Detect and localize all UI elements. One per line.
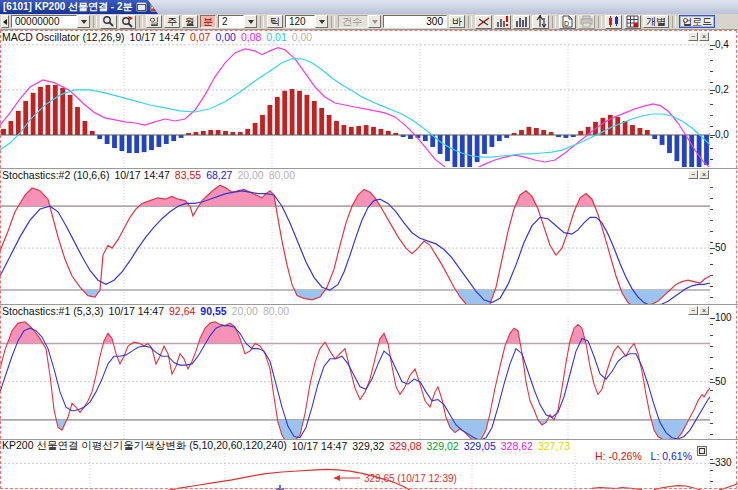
- bars-icon[interactable]: [513, 15, 530, 29]
- indicator-title: KP200 선물연결 이평선기울기색상변화 (5,10,20,60,120,24…: [2, 439, 287, 453]
- stoch-value: 92,64: [169, 305, 195, 317]
- indicator-title: Stochastics:#1 (5,3,3): [2, 305, 104, 317]
- toolbar-separator: [260, 16, 264, 28]
- price-panel: KP200 선물연결 이평선기울기색상변화 (5,10,20,60,120,24…: [0, 439, 738, 490]
- toolbar-separator: [93, 16, 97, 28]
- search-icon[interactable]: [100, 15, 117, 29]
- window-title: [6101] KP200 선물연결 - 2분: [3, 0, 133, 14]
- axis-tick-label: 50: [715, 376, 726, 387]
- low-percent: L: 0,61%: [651, 450, 692, 462]
- count-combo: 건수: [338, 15, 381, 28]
- close-icon[interactable]: ✕: [150, 2, 159, 12]
- price-value: 328,62: [501, 440, 533, 452]
- minute-combo[interactable]: 2: [218, 15, 257, 28]
- axis-tick-label: 330: [715, 457, 732, 468]
- print-icon: [578, 15, 595, 29]
- panel-minimize-icon[interactable]: −: [688, 32, 698, 41]
- toolbar-separator: [598, 16, 602, 28]
- document-icon[interactable]: D: [559, 15, 576, 29]
- stoch1-panel: Stochastics:#1 (5,3,3) 10/17 14:47 92,64…: [0, 304, 738, 439]
- code-combo[interactable]: 00000000: [11, 15, 90, 28]
- title-bar: [6101] KP200 선물연결 - 2분 ✕: [0, 0, 738, 14]
- svg-text:D: D: [564, 20, 569, 27]
- axis-tick-label: 50: [715, 242, 726, 253]
- macd-value: 0,01: [266, 31, 286, 43]
- tick-button[interactable]: 틱: [267, 15, 283, 28]
- macd-panel-header: MACD Oscillator (12,26,9) 10/17 14:47 0,…: [2, 31, 312, 43]
- bars-alert-icon[interactable]: [494, 15, 511, 29]
- price-value: 329,02: [427, 440, 459, 452]
- macd-value: 0,07: [190, 31, 210, 43]
- axis-tick-label: 0,2: [715, 84, 729, 95]
- upload-button[interactable]: 업로드: [679, 15, 715, 28]
- price-panel-header: KP200 선물연결 이평선기울기색상변화 (5,10,20,60,120,24…: [2, 440, 570, 452]
- stoch-value: 80,00: [269, 169, 295, 181]
- indicator-time: 10/17 14:47: [114, 169, 169, 181]
- tick-combo[interactable]: 120: [285, 15, 328, 28]
- stoch-value: 20,00: [237, 169, 263, 181]
- toolbar-separator: [672, 16, 676, 28]
- grid-icon[interactable]: [624, 15, 641, 29]
- high-percent: H: -0,26%: [595, 450, 642, 462]
- window-tab[interactable]: [6101] KP200 선물연결 - 2분 ✕: [0, 0, 158, 14]
- price-value: 329,32: [352, 440, 384, 452]
- panel-close-icon[interactable]: ×: [699, 170, 709, 179]
- panel-close-icon[interactable]: ×: [699, 306, 709, 315]
- panel-minimize-icon[interactable]: −: [688, 170, 698, 179]
- stoch-value: 68,27: [206, 169, 232, 181]
- chevron-down-icon: [368, 15, 381, 28]
- indicator-time: 10/17 14:47: [130, 31, 185, 43]
- sort-updown-icon[interactable]: [532, 15, 549, 29]
- code-value[interactable]: 00000000: [11, 15, 77, 28]
- period-day-button[interactable]: 일: [146, 15, 162, 28]
- period-minute-button[interactable]: 분: [200, 15, 216, 28]
- macd-panel: MACD Oscillator (12,26,9) 10/17 14:47 0,…: [0, 31, 738, 167]
- panel-minimize-icon[interactable]: −: [688, 306, 698, 315]
- search-highlight-icon[interactable]: [119, 15, 136, 29]
- high-low-label: H: -0,26% L: 0,61%: [595, 450, 692, 462]
- svg-text:329,65 (10/17 12:39): 329,65 (10/17 12:39): [364, 473, 457, 484]
- macd-value: 0,08: [241, 31, 261, 43]
- macd-axis: 0,40,20,0: [710, 43, 738, 167]
- stoch1-panel-header: Stochastics:#1 (5,3,3) 10/17 14:47 92,64…: [2, 305, 289, 317]
- toolbar-scroll-left-icon[interactable]: [1, 15, 9, 28]
- indicator-title: Stochastics:#2 (10,6,6): [2, 169, 109, 181]
- stoch-value: 83,55: [175, 169, 201, 181]
- stoch2-chart[interactable]: [0, 181, 710, 304]
- indicator-title: MACD Oscillator (12,26,9): [2, 31, 125, 43]
- chart-style-icon[interactable]: [605, 15, 622, 29]
- indicator-time: 10/17 14:47: [292, 440, 347, 452]
- panel-close-icon[interactable]: ×: [699, 32, 709, 41]
- macd-value: 0,00: [292, 31, 312, 43]
- stoch-value: 20,00: [232, 305, 258, 317]
- axis-tick-label: 0,0: [715, 129, 729, 140]
- macd-value: 0,00: [215, 31, 235, 43]
- panel-restore-icon[interactable]: [697, 446, 707, 456]
- bar-count-input[interactable]: [383, 15, 447, 28]
- stoch2-panel: Stochastics:#2 (10,6,6) 10/17 14:47 83,5…: [0, 168, 738, 304]
- chart-link-icon[interactable]: [136, 2, 147, 12]
- toolbar-separator: [552, 16, 556, 28]
- chevron-down-icon[interactable]: [244, 15, 257, 28]
- period-month-button[interactable]: 월: [182, 15, 198, 28]
- bar-button[interactable]: 바: [449, 15, 465, 28]
- indicator-time: 10/17 14:47: [109, 305, 164, 317]
- toolbar-separator: [468, 16, 472, 28]
- price-value: 327,73: [538, 440, 570, 452]
- tick-value[interactable]: 120: [285, 15, 315, 28]
- price-axis: 330: [710, 453, 738, 490]
- trendline-icon[interactable]: [475, 15, 492, 29]
- stoch1-chart[interactable]: [0, 318, 710, 439]
- minute-value[interactable]: 2: [218, 15, 244, 28]
- period-week-button[interactable]: 주: [164, 15, 180, 28]
- chevron-down-icon[interactable]: [315, 15, 328, 28]
- stoch-value: 80,00: [263, 305, 289, 317]
- toolbar: 00000000 일 주 월 분 2 틱 120 건수 바: [0, 14, 738, 30]
- toolbar-separator: [331, 16, 335, 28]
- individual-button[interactable]: 개별: [643, 15, 669, 28]
- chart-window: [6101] KP200 선물연결 - 2분 ✕ 00000000 일 주 월 …: [0, 0, 738, 490]
- chevron-down-icon[interactable]: [77, 15, 90, 28]
- axis-tick-label: 100: [715, 312, 732, 323]
- stoch1-axis: 10050: [710, 318, 738, 439]
- macd-chart[interactable]: [0, 43, 710, 167]
